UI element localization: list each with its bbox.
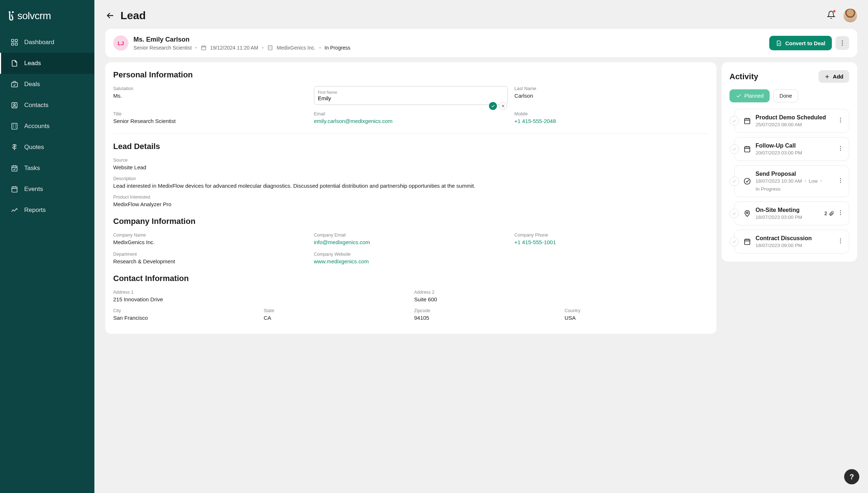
topbar: Lead (94, 0, 868, 29)
notifications-button[interactable] (827, 10, 835, 21)
confirm-edit-button[interactable] (489, 102, 497, 110)
addr2-label: Address 2 (414, 290, 709, 295)
nav-item-tasks[interactable]: Tasks (0, 158, 94, 179)
svg-point-13 (842, 43, 843, 44)
company-phone-label: Company Phone (514, 233, 709, 238)
activity-card[interactable]: On-Site Meeting 18/07/2023 03:00 PM 2 (734, 201, 849, 225)
nav-item-accounts[interactable]: Accounts (0, 116, 94, 137)
state-value[interactable]: CA (264, 315, 408, 321)
activity-more-button[interactable] (837, 209, 844, 217)
attachment-icon (829, 211, 834, 216)
activity-item: Contract Discussion 18/07/2023 09:00 PM (729, 230, 849, 254)
brand-name: solvcrm (17, 10, 51, 22)
activity-check[interactable] (729, 209, 739, 218)
lead-name: Ms. Emily Carlson (133, 36, 350, 43)
activity-check[interactable] (729, 116, 739, 126)
activity-check[interactable] (729, 144, 739, 154)
company-email-value[interactable]: info@medixgenics.com (314, 239, 508, 245)
title-value[interactable]: Senior Research Scientist (113, 118, 307, 124)
activity-more-button[interactable] (837, 238, 844, 246)
svg-rect-8 (12, 166, 17, 171)
chip-done[interactable]: Done (773, 89, 798, 102)
check-icon (736, 93, 741, 99)
activity-card[interactable]: Follow-Up Call 20/07/2023 03:00 PM (734, 137, 849, 161)
cancel-edit-button[interactable] (499, 102, 507, 110)
user-avatar[interactable] (843, 9, 857, 22)
back-icon[interactable] (105, 10, 115, 21)
convert-to-deal-button[interactable]: Convert to Deal (769, 36, 832, 50)
mobile-label: Mobile (514, 111, 709, 116)
nav-item-dashboard[interactable]: Dashboard (0, 32, 94, 53)
nav-item-contacts[interactable]: Contacts (0, 95, 94, 116)
svg-point-29 (840, 212, 841, 213)
svg-point-32 (840, 238, 841, 239)
nav-item-events[interactable]: Events (0, 179, 94, 200)
product-value[interactable]: MedixFlow Analyzer Pro (113, 201, 709, 207)
mobile-value[interactable]: +1 415-555-2048 (514, 118, 709, 124)
events-icon (10, 185, 18, 193)
addr2-value[interactable]: Suite 600 (414, 296, 709, 302)
first-name-input[interactable] (318, 95, 504, 101)
activity-card[interactable]: Send Proposal 18/07/2023 10:30 AM•Low•In… (734, 165, 849, 197)
svg-rect-2 (12, 43, 14, 45)
activity-item: On-Site Meeting 18/07/2023 03:00 PM 2 (729, 201, 849, 225)
svg-rect-3 (15, 43, 17, 45)
lead-more-button[interactable] (835, 36, 849, 50)
accounts-icon (10, 122, 18, 130)
addr1-value[interactable]: 215 Innovation Drive (113, 296, 408, 302)
section-title-personal: Personal Information (113, 70, 709, 80)
description-value[interactable]: Lead interested in MedixFlow devices for… (113, 183, 709, 189)
city-value[interactable]: San Francisco (113, 315, 257, 321)
department-value[interactable]: Research & Development (113, 258, 307, 264)
company-name-value[interactable]: MedixGenics Inc. (113, 239, 307, 245)
leads-icon (10, 59, 18, 67)
nav-item-leads[interactable]: Leads (0, 53, 94, 74)
activity-more-button[interactable] (837, 117, 844, 125)
activity-meta: 18/07/2023 03:00 PM (756, 214, 820, 220)
email-value[interactable]: emily.carlson@medixgenics.com (314, 118, 508, 124)
contacts-icon (10, 101, 18, 109)
activity-card[interactable]: Contract Discussion 18/07/2023 09:00 PM (734, 230, 849, 254)
add-activity-button[interactable]: Add (818, 70, 849, 83)
logo[interactable]: ს solvcrm (0, 10, 94, 32)
svg-rect-0 (12, 39, 14, 42)
calendar-icon (743, 145, 751, 153)
svg-point-21 (840, 148, 841, 149)
svg-rect-4 (12, 82, 18, 87)
product-label: Product Interested (113, 195, 709, 200)
activity-more-button[interactable] (837, 145, 844, 153)
lead-company: MedixGenics Inc. (277, 45, 315, 51)
activity-card[interactable]: Product Demo Scheduled 25/07/2023 08:00 … (734, 109, 849, 133)
activity-meta: 18/07/2023 09:00 PM (756, 243, 833, 248)
nav-item-reports[interactable]: Reports (0, 200, 94, 221)
section-title-lead-details: Lead Details (113, 142, 709, 151)
country-label: Country (565, 308, 709, 313)
zip-value[interactable]: 94105 (414, 315, 558, 321)
calendar-icon (201, 45, 207, 51)
more-vertical-icon (837, 209, 844, 216)
description-label: Description (113, 176, 709, 181)
more-vertical-icon (837, 117, 844, 123)
last-name-value[interactable]: Carlson (514, 93, 709, 99)
nav-item-deals[interactable]: Deals (0, 74, 94, 95)
svg-rect-11 (268, 46, 272, 50)
activity-more-button[interactable] (837, 177, 844, 185)
company-phone-value[interactable]: +1 415-555-1001 (514, 239, 709, 245)
task-icon (743, 177, 751, 185)
activity-title: Activity (729, 72, 758, 81)
convert-icon (776, 40, 782, 46)
lead-avatar: LJ (113, 35, 128, 51)
nav-item-quotes[interactable]: Quotes (0, 137, 94, 158)
activity-meta: 20/07/2023 03:00 PM (756, 150, 833, 156)
svg-point-22 (840, 150, 841, 151)
email-label: Email (314, 111, 508, 116)
source-value[interactable]: Website Lead (113, 164, 709, 170)
activity-check[interactable] (729, 237, 739, 246)
salutation-value[interactable]: Ms. (113, 93, 307, 99)
activity-check[interactable] (729, 177, 739, 186)
chip-planned[interactable]: Planned (729, 89, 770, 102)
help-button[interactable]: ? (844, 469, 859, 484)
activity-item: Send Proposal 18/07/2023 10:30 AM•Low•In… (729, 165, 849, 197)
company-website-value[interactable]: www.medixgenics.com (314, 258, 508, 264)
country-value[interactable]: USA (565, 315, 709, 321)
